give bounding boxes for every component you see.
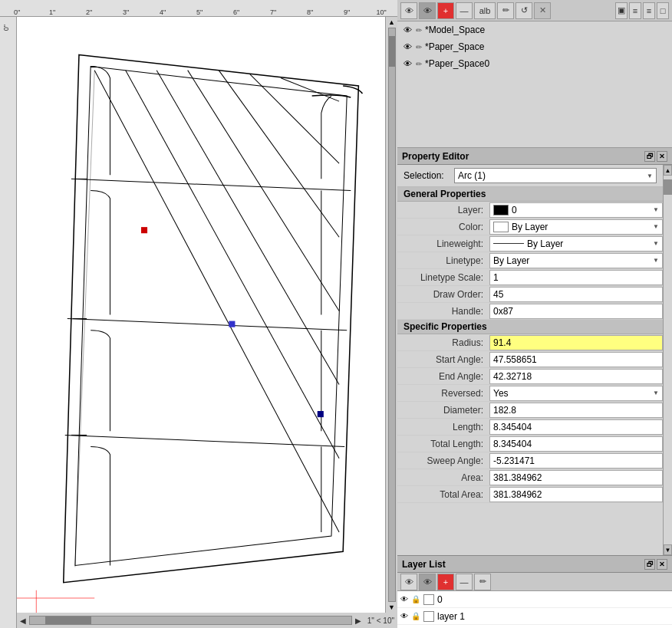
prop-value-layer[interactable]: 0 ▼	[489, 202, 663, 218]
ll-edit-btn[interactable]: ✏	[474, 574, 491, 590]
layer-color-swatch	[493, 205, 509, 215]
drawing-area: 0" 1" 2" 3" 4" 5" 6" 7" 8" 9" 10" 0"	[0, 0, 397, 628]
ll-eye-btn[interactable]: 👁	[400, 574, 417, 590]
prop-row-end-angle: End Angle: 42.32718	[397, 368, 663, 385]
toolbar-undo-btn[interactable]: ↺	[516, 2, 532, 19]
layer-list-restore-btn[interactable]: 🗗	[644, 559, 655, 570]
prop-value-start-angle[interactable]: 47.558651	[489, 352, 663, 367]
drawing-svg	[17, 17, 397, 613]
toolbar-edit-btn[interactable]: ✏	[497, 2, 514, 19]
layer-list-toolbar: 👁 👁 + — ✏	[397, 573, 672, 591]
scroll-right-btn[interactable]: ▶	[355, 616, 361, 625]
scroll-down-arrow[interactable]: ▼	[664, 544, 672, 555]
layer-paper-space0[interactable]: 👁 ✏ *Paper_Space0	[397, 55, 672, 72]
prop-value-draw-order[interactable]: 45	[489, 287, 663, 302]
scroll-track-h[interactable]	[29, 616, 352, 625]
selection-dropdown[interactable]: Arc (1) ▼	[454, 168, 657, 183]
prop-row-total-area: Total Area: 381.384962	[397, 486, 663, 503]
prop-close-btn[interactable]: ✕	[657, 151, 667, 162]
layer-row-0[interactable]: 👁 🔒 0	[397, 591, 672, 608]
scroll-track-v[interactable]	[388, 28, 396, 602]
scale-display: 1" < 10"	[367, 616, 394, 625]
prop-restore-btn[interactable]: 🗗	[644, 151, 655, 162]
toolbar-close-btn[interactable]: ✕	[534, 2, 551, 19]
prop-value-reversed[interactable]: Yes ▼	[489, 386, 663, 401]
ruler-mark-8: 8"	[307, 8, 313, 16]
scroll-v-right[interactable]: ▲ ▼	[385, 17, 397, 613]
reversed-dropdown-arrow: ▼	[653, 390, 659, 396]
lineweight-line-icon	[493, 243, 524, 244]
prop-value-end-angle[interactable]: 42.32718	[489, 369, 663, 384]
prop-row-handle: Handle: 0x87	[397, 303, 663, 320]
ruler-mark-0: 0"	[14, 8, 20, 16]
prop-row-lineweight: Lineweight: By Layer ▼	[397, 235, 663, 252]
toolbar-eye-btn[interactable]: 👁	[400, 2, 417, 19]
ll-color-0	[423, 594, 434, 605]
ruler-mark-9: 9"	[344, 8, 350, 16]
svg-rect-13	[318, 411, 324, 417]
toolbar-remove-btn[interactable]: —	[456, 2, 473, 19]
prop-value-total-area[interactable]: 381.384962	[489, 487, 663, 502]
scroll-up-btn[interactable]: ▲	[388, 18, 395, 26]
property-editor-title: Property Editor	[402, 151, 469, 162]
end-angle-text: 42.32718	[493, 371, 532, 382]
toolbar-alb-btn[interactable]: alb	[474, 2, 496, 19]
property-editor-body: Selection: Arc (1) ▼ General Properties …	[397, 165, 672, 555]
toolbar-eye2-btn[interactable]: 👁	[419, 2, 436, 19]
layer-row-1[interactable]: 👁 🔒 layer 1	[397, 608, 672, 625]
prop-value-area[interactable]: 381.384962	[489, 470, 663, 485]
scroll-track-prop[interactable]	[664, 176, 672, 544]
length-text: 8.345404	[493, 422, 532, 432]
layer-dropdown-arrow: ▼	[653, 206, 659, 213]
layer-list-controls: 🗗 ✕	[644, 559, 667, 570]
scroll-up-arrow[interactable]: ▲	[664, 165, 672, 176]
scroll-thumb-h[interactable]	[45, 616, 91, 624]
toolbar-icon2-btn[interactable]: ≡	[629, 2, 641, 19]
toolbar-icon4-btn[interactable]: □	[657, 2, 669, 19]
ruler-mark-10: 10"	[376, 8, 386, 16]
prop-value-color[interactable]: By Layer ▼	[489, 219, 663, 235]
toolbar-icon1-btn[interactable]: ▣	[615, 2, 628, 19]
prop-value-diameter[interactable]: 182.8	[489, 403, 663, 418]
layer-list-close-btn[interactable]: ✕	[657, 559, 667, 570]
scroll-thumb-prop[interactable]	[664, 179, 672, 195]
specific-section-header: Specific Properties	[397, 320, 663, 334]
prop-value-linetype[interactable]: By Layer ▼	[489, 253, 663, 268]
scroll-left-btn[interactable]: ◀	[20, 616, 26, 625]
toolbar-add-btn[interactable]: +	[437, 2, 454, 19]
scroll-down-btn[interactable]: ▼	[388, 603, 395, 611]
prop-value-lineweight[interactable]: By Layer ▼	[489, 236, 663, 252]
general-section-header: General Properties	[397, 187, 663, 202]
toolbar-icon3-btn[interactable]: ≡	[643, 2, 655, 19]
scroll-thumb-v[interactable]	[389, 36, 395, 67]
svg-line-10	[65, 435, 344, 446]
layer-eye2-icon: 👁	[402, 41, 413, 52]
layer-pencil2-icon: ✏	[416, 43, 422, 51]
prop-editor-scrollbar[interactable]: ▲ ▼	[663, 165, 672, 555]
prop-row-total-length: Total Length: 8.345404	[397, 436, 663, 452]
reversed-text: Yes	[493, 388, 509, 399]
prop-value-sweep-angle[interactable]: -5.231471	[489, 453, 663, 469]
prop-value-handle[interactable]: 0x87	[489, 304, 663, 319]
prop-value-radius[interactable]: 91.4	[489, 335, 663, 350]
layer-model-space[interactable]: 👁 ✏ *Model_Space	[397, 21, 672, 38]
bottom-scrollbar[interactable]: ◀ ▶ 1" < 10"	[17, 613, 397, 628]
svg-rect-11	[141, 227, 147, 233]
prop-value-total-length[interactable]: 8.345404	[489, 436, 663, 452]
svg-line-0	[94, 71, 339, 532]
ll-eye2-btn[interactable]: 👁	[419, 574, 436, 590]
prop-value-linetype-scale[interactable]: 1	[489, 270, 663, 285]
ll-name-0: 0	[437, 594, 443, 605]
canvas-area[interactable]	[17, 17, 397, 613]
prop-label-handle: Handle:	[397, 306, 489, 317]
property-editor-content: Selection: Arc (1) ▼ General Properties …	[397, 165, 663, 555]
svg-line-9	[68, 319, 347, 330]
ll-add-btn[interactable]: +	[437, 574, 454, 590]
ll-remove-btn[interactable]: —	[456, 574, 473, 590]
prop-row-start-angle: Start Angle: 47.558651	[397, 351, 663, 368]
prop-value-length[interactable]: 8.345404	[489, 419, 663, 435]
layer-list-panel: Layer List 🗗 ✕ 👁 👁 + — ✏ 👁 🔒 0	[397, 555, 672, 628]
color-value-text: By Layer	[512, 222, 548, 232]
layer-paper-space[interactable]: 👁 ✏ *Paper_Space	[397, 38, 672, 55]
ll-eye-0: 👁	[400, 595, 408, 603]
